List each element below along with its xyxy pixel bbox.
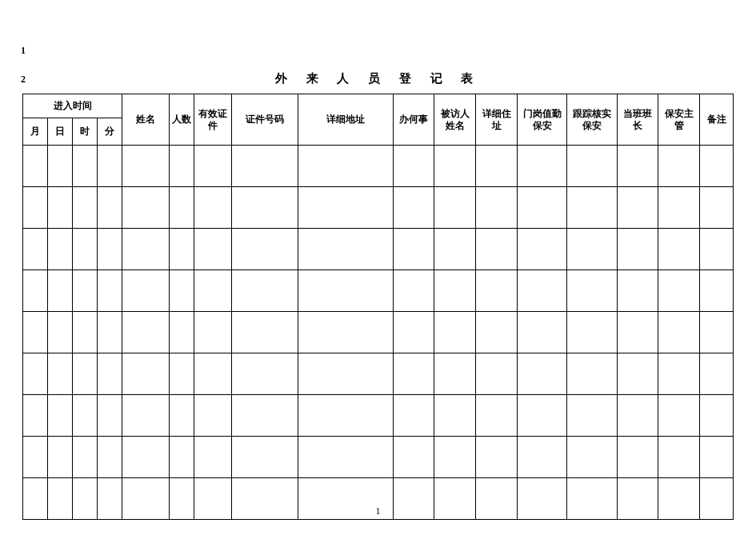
col-day: 日: [48, 118, 73, 146]
table-cell: [617, 437, 658, 478]
table-cell: [567, 229, 617, 270]
table-cell: [658, 353, 700, 395]
table-cell: [232, 146, 298, 187]
table-cell: [169, 187, 194, 229]
table-cell: [518, 229, 567, 270]
table-cell: [700, 353, 734, 395]
col-gate-guard: 门岗值勤保安: [518, 94, 567, 146]
table-cell: [298, 353, 393, 395]
table-cell: [393, 270, 434, 312]
table-cell: [476, 312, 518, 353]
table-cell: [476, 187, 518, 229]
table-cell: [73, 270, 98, 312]
col-name: 姓名: [122, 94, 169, 146]
table-cell: [700, 312, 734, 353]
table-cell: [393, 353, 434, 395]
table-cell: [122, 353, 169, 395]
table-row: [23, 187, 734, 229]
table-cell: [700, 437, 734, 478]
table-cell: [194, 312, 232, 353]
table-cell: [73, 229, 98, 270]
table-cell: [73, 353, 98, 395]
table-cell: [617, 353, 658, 395]
table-cell: [98, 146, 122, 187]
table-cell: [169, 312, 194, 353]
table-cell: [658, 270, 700, 312]
table-cell: [122, 229, 169, 270]
table-cell: [48, 187, 73, 229]
table-cell: [48, 437, 73, 478]
table-cell: [169, 229, 194, 270]
table-cell: [434, 353, 476, 395]
table-cell: [122, 312, 169, 353]
table-cell: [298, 437, 393, 478]
table-cell: [658, 395, 700, 437]
table-cell: [476, 437, 518, 478]
table-cell: [194, 229, 232, 270]
table-cell: [476, 229, 518, 270]
table-cell: [169, 146, 194, 187]
table-cell: [393, 395, 434, 437]
table-cell: [48, 146, 73, 187]
table-cell: [194, 395, 232, 437]
col-shift-leader: 当班班长: [617, 94, 658, 146]
table-cell: [298, 146, 393, 187]
col-id-type: 有效证件: [194, 94, 232, 146]
table-cell: [567, 312, 617, 353]
table-cell: [700, 270, 734, 312]
table-cell: [194, 187, 232, 229]
table-cell: [434, 395, 476, 437]
table-cell: [476, 353, 518, 395]
table-cell: [393, 229, 434, 270]
table-cell: [567, 437, 617, 478]
page-number: 1: [0, 505, 756, 517]
table-row: [23, 395, 734, 437]
table-cell: [658, 437, 700, 478]
table-cell: [298, 229, 393, 270]
table-cell: [617, 229, 658, 270]
table-row: [23, 312, 734, 353]
registration-table-container: 进入时间 姓名 人数 有效证件 证件号码 详细地址 办何事 被访人姓名 详细住址…: [22, 94, 734, 520]
table-cell: [476, 270, 518, 312]
table-cell: [567, 187, 617, 229]
table-cell: [658, 146, 700, 187]
table-cell: [393, 146, 434, 187]
table-cell: [48, 229, 73, 270]
table-cell: [23, 229, 48, 270]
table-cell: [393, 187, 434, 229]
col-visitee: 被访人姓名: [434, 94, 476, 146]
table-cell: [434, 437, 476, 478]
table-row: [23, 270, 734, 312]
table-cell: [232, 270, 298, 312]
table-cell: [169, 437, 194, 478]
table-cell: [23, 146, 48, 187]
col-month: 月: [23, 118, 48, 146]
table-cell: [73, 187, 98, 229]
table-cell: [617, 270, 658, 312]
table-cell: [48, 353, 73, 395]
table-cell: [232, 312, 298, 353]
table-cell: [393, 312, 434, 353]
table-cell: [122, 270, 169, 312]
table-cell: [98, 270, 122, 312]
table-cell: [518, 146, 567, 187]
table-cell: [23, 395, 48, 437]
table-cell: [700, 229, 734, 270]
table-cell: [98, 312, 122, 353]
table-cell: [298, 312, 393, 353]
table-cell: [617, 395, 658, 437]
table-cell: [232, 437, 298, 478]
table-cell: [232, 353, 298, 395]
table-cell: [73, 395, 98, 437]
table-cell: [194, 146, 232, 187]
table-cell: [98, 395, 122, 437]
table-row: [23, 353, 734, 395]
table-cell: [658, 229, 700, 270]
table-cell: [518, 353, 567, 395]
table-cell: [194, 437, 232, 478]
document-title: 外 来 人 员 登 记 表: [0, 71, 756, 86]
table-cell: [434, 270, 476, 312]
table-cell: [194, 353, 232, 395]
table-row: [23, 437, 734, 478]
margin-number-1: 1: [21, 45, 26, 57]
